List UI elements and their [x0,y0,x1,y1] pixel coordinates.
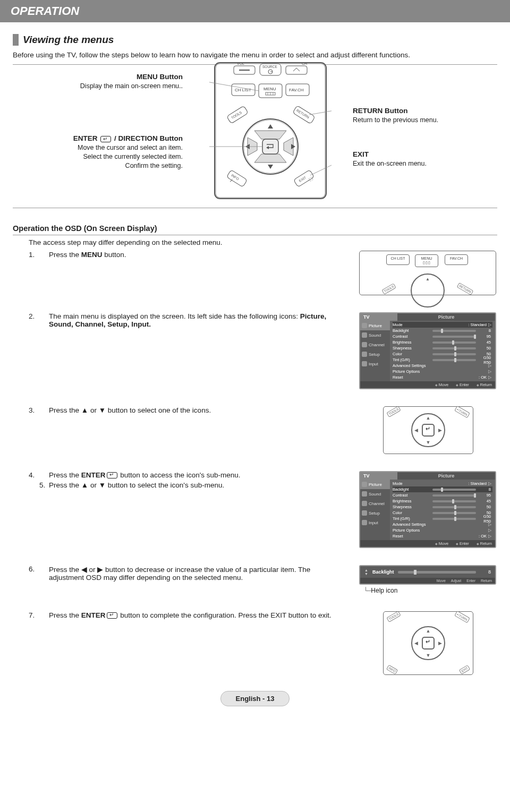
mini-remote-step1: CH LIST MENU▯▯▯ FAV.CH TOOLS RETURN ▲ [359,251,496,295]
callout-enter-l3: Confirm the setting. [34,161,183,170]
step-2-num: 2. [29,312,38,320]
enter-icon [100,136,111,142]
page-header: OPERATION [0,0,510,22]
step-5-text: Press the ▲ or ▼ button to select the ic… [49,481,224,489]
callout-enter-l1: Move the cursor and select an item. [34,143,183,152]
callout-return-desc: Return to the previous menu. [353,116,486,125]
step-4-t1: Press the [49,471,81,479]
mini-return-label: RETURN [457,283,474,295]
mini-favch-button: FAV.CH [445,254,468,265]
remote-illustration: VOL SOURCE CH CH LIST MENU FAV.CH TOOLS … [209,62,332,200]
enter-icon [107,612,117,619]
exit-corner-icon: EXIT [458,665,470,674]
step-1-t1: Press the [49,251,81,259]
callout-exit: EXIT Exit the on-screen menu. [353,150,486,168]
section-title-text: Viewing the menus [23,34,114,46]
callout-menu-title: MENU Button [137,73,183,81]
adjust-foot-enter: Enter [466,579,475,583]
step-7-t2: button to complete the configuration. Pr… [118,611,332,619]
adjust-label: Backlight [372,569,394,575]
callout-menu-desc: Display the main on-screen menu.. [55,82,183,91]
step-2-t1: The main menu is displayed on the screen… [49,312,300,320]
adjust-foot-return: Return [481,579,492,583]
callout-enter-l2: Select the currently selected item. [34,152,183,161]
mini-tools-label: TOOLS [381,283,396,295]
adjust-foot-adjust: Adjust [451,579,461,583]
svg-text:VOL: VOL [237,62,244,65]
callout-enter-prefix: ENTER [73,134,100,142]
step-1-t2: button. [103,251,126,259]
section-title-bar [13,34,19,46]
remote-diagram: VOL SOURCE CH CH LIST MENU FAV.CH TOOLS … [13,65,497,208]
tools-corner-icon: TOOLS [386,611,401,622]
callout-enter-suffix: / DIRECTION Button [112,134,183,142]
step-7: 7. Press the ENTER button to complete th… [29,611,497,675]
step-6: 6. Press the ◀ or ▶ button to decrease o… [29,565,497,594]
svg-text:CH LIST: CH LIST [235,88,251,92]
info-corner-icon: INFO [386,665,398,675]
mini-menu-button: MENU▯▯▯ [415,254,438,267]
enter-center-icon [422,424,435,437]
callout-exit-desc: Exit the on-screen menu. [353,159,486,168]
mini-chlist-button: CH LIST [386,254,410,265]
step-3-num: 3. [29,406,38,414]
tools-corner-icon: TOOLS [386,406,401,417]
step-7-num: 7. [29,611,38,619]
enter-icon [107,472,117,478]
page-number: English - 13 [220,691,290,706]
step-4-bold: ENTER [81,471,106,479]
step-4-t2: button to access the icon's sub-menu. [118,471,241,479]
svg-text:FAV.CH: FAV.CH [289,88,304,92]
svg-text:SOURCE: SOURCE [262,65,277,69]
step-3-text: Press the ▲ or ▼ button to select one of… [49,406,348,414]
step-1-bold: MENU [81,251,103,259]
step-6-text: Press the ◀ or ▶ button to decrease or i… [49,565,348,582]
return-corner-icon: ↩TURN [454,406,470,418]
step-7-bold: ENTER [81,611,106,619]
callout-menu: MENU Button Display the main on-screen m… [55,72,183,91]
svg-rect-9 [286,66,307,74]
svg-rect-37 [262,139,278,154]
help-icon-callout: Help icon [359,587,497,594]
osd-menu-figure-1: TVPicturePictureSoundChannelSetupInputMo… [359,312,496,389]
osd-section-title: Operation the OSD (On Screen Display) [13,224,497,235]
mini-remote-step3: TOOLS ↩TURN ▲▼◀▶ [383,406,473,454]
callout-enter: ENTER / DIRECTION Button Move the cursor… [34,134,183,170]
step-1: 1. Press the MENU button. CH LIST MENU▯▯… [29,251,497,295]
dpad-icon: ▲▼◀▶ [411,626,445,660]
adjust-osd-figure: ▲▼ Backlight 8 Move Adjust Enter Return [359,565,496,585]
adjust-foot-move: Move [437,579,446,583]
svg-text:CH: CH [302,62,307,65]
osd-intro: The access step may differ depending on … [29,238,497,246]
step-5-num: 5. [39,481,49,489]
section-title: Viewing the menus [13,34,497,46]
dpad-icon: ▲▼◀▶ [411,413,445,447]
osd-menu-figure-2: TVPicturePictureSoundChannelSetupInputMo… [359,471,496,548]
callout-exit-title: EXIT [353,150,369,158]
step-3: 3. Press the ▲ or ▼ button to select one… [29,406,497,454]
step-4-num: 4. [29,471,38,479]
return-corner-icon: ↩TURN [454,611,470,623]
step-4-5: 4. Press the ENTER button to access the … [29,471,497,548]
callout-return: RETURN Button Return to the previous men… [353,106,486,125]
step-2: 2. The main menu is displayed on the scr… [29,312,497,389]
step-7-t1: Press the [49,611,81,619]
enter-center-icon [422,637,435,649]
step-1-num: 1. [29,251,38,259]
svg-text:MENU: MENU [264,87,276,91]
callout-return-title: RETURN Button [353,107,407,115]
step-6-num: 6. [29,565,38,573]
mini-remote-step7: TOOLS ↩TURN INFO EXIT ▲▼◀▶ [383,611,473,675]
adjust-value: 8 [480,569,491,575]
